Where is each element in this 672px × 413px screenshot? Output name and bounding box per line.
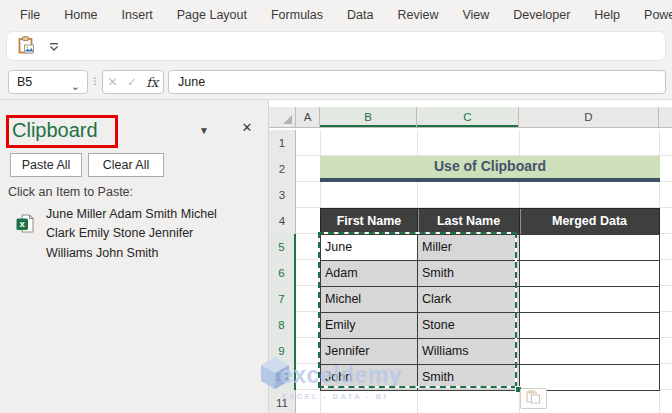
cell-C4[interactable]: Last Name [417, 208, 520, 235]
cell-C10[interactable]: Smith [417, 364, 520, 391]
cell-D8[interactable] [519, 312, 660, 339]
clipboard-item-text: June Miller Adam Smith Michel Clark Emil… [46, 205, 230, 263]
worksheet-grid: A B C D 1 2 3 4 5 6 7 8 9 10 11 Use of C… [269, 100, 672, 413]
pane-close-button[interactable]: ✕ [239, 120, 255, 136]
name-box-splitter[interactable]: ⁝ [93, 74, 97, 88]
chevron-down-line-icon [49, 38, 59, 56]
cell-C5[interactable]: Miller [417, 234, 520, 261]
ribbon-strip [6, 31, 666, 61]
cell-B5[interactable]: June [320, 234, 418, 261]
tab-insert[interactable]: Insert [122, 0, 153, 30]
row-header-2[interactable]: 2 [269, 156, 296, 183]
cancel-icon[interactable]: ✕ [108, 75, 118, 89]
formula-bar-input[interactable]: June [168, 70, 666, 94]
cell-D9[interactable] [519, 338, 660, 365]
svg-text:x: x [20, 218, 26, 229]
tab-data[interactable]: Data [347, 0, 373, 30]
row-header-10[interactable]: 10 [269, 364, 296, 391]
chevron-down-icon[interactable]: ⌄ [71, 75, 80, 97]
cell-B9[interactable]: Jennifer [320, 338, 418, 365]
cell-B6[interactable]: Adam [320, 260, 418, 287]
row-header-3[interactable]: 3 [269, 182, 296, 209]
enter-icon[interactable]: ✓ [127, 75, 137, 89]
tab-developer[interactable]: Developer [513, 0, 570, 30]
row-header-7[interactable]: 7 [269, 286, 296, 313]
row-header-6[interactable]: 6 [269, 260, 296, 287]
close-icon: ✕ [242, 120, 253, 135]
paste-options-icon [526, 390, 541, 408]
tab-home[interactable]: Home [64, 0, 97, 30]
paste-all-button[interactable]: Paste All [10, 153, 82, 177]
cell-D4[interactable]: Merged Data [519, 208, 660, 235]
tab-page-layout[interactable]: Page Layout [177, 0, 247, 30]
row-header-8[interactable]: 8 [269, 312, 296, 339]
caret-down-icon: ▼ [199, 125, 209, 136]
excel-window: File Home Insert Page Layout Formulas Da… [0, 0, 672, 413]
tab-view[interactable]: View [462, 0, 489, 30]
col-header-B[interactable]: B [320, 107, 417, 128]
clipboard-pane-title: Clipboard [12, 119, 98, 142]
col-header-D[interactable]: D [519, 107, 659, 128]
cell-D5[interactable] [519, 234, 660, 261]
row-header-9[interactable]: 9 [269, 338, 296, 365]
name-box[interactable]: B5 ⌄ [8, 70, 88, 94]
cell-C7[interactable]: Clark [417, 286, 520, 313]
cell-D6[interactable] [519, 260, 660, 287]
tab-help[interactable]: Help [594, 0, 620, 30]
cell-C6[interactable]: Smith [417, 260, 520, 287]
row-header-4[interactable]: 4 [269, 208, 296, 235]
col-header-A[interactable]: A [296, 107, 320, 128]
pane-options-button[interactable]: ▼ [197, 124, 211, 138]
paste-dropdown-button[interactable] [47, 39, 61, 55]
tab-file[interactable]: File [20, 0, 40, 30]
excel-file-icon: x [16, 214, 34, 237]
cell-B7[interactable]: Michel [320, 286, 418, 313]
tab-review[interactable]: Review [397, 0, 438, 30]
ribbon-tab-bar: File Home Insert Page Layout Formulas Da… [0, 0, 672, 30]
cell-B8[interactable]: Emily [320, 312, 418, 339]
cell-B10[interactable]: John [320, 364, 418, 391]
clear-all-button[interactable]: Clear All [88, 153, 164, 177]
cell-C9[interactable]: Williams [417, 338, 520, 365]
row-header-1[interactable]: 1 [269, 130, 296, 157]
cell-banner-B2-D2[interactable]: Use of Clipboard [320, 156, 660, 182]
row-header-5[interactable]: 5 [269, 234, 296, 261]
paste-button[interactable] [15, 37, 37, 57]
paste-options-button[interactable] [520, 388, 547, 409]
clipboard-hint-label: Click an Item to Paste: [8, 185, 133, 199]
name-box-value: B5 [17, 75, 32, 89]
paste-icon [18, 36, 35, 58]
select-all-button[interactable] [269, 107, 296, 128]
cell-D10[interactable] [519, 364, 660, 391]
cell-D7[interactable] [519, 286, 660, 313]
formula-bar-buttons: ✕ ✓ fx [102, 70, 164, 94]
cell-B4[interactable]: First Name [320, 208, 418, 235]
col-header-E[interactable] [659, 107, 672, 128]
cell-C8[interactable]: Stone [417, 312, 520, 339]
tab-formulas[interactable]: Formulas [271, 0, 323, 30]
clipboard-item[interactable]: x June Miller Adam Smith Michel Clark Em… [8, 203, 254, 265]
tab-power-pivot[interactable]: Power Pivot [644, 0, 672, 30]
insert-function-icon[interactable]: fx [146, 75, 158, 90]
clipboard-pane: Clipboard ▼ ✕ Paste All Clear All Click … [0, 100, 268, 413]
row-header-11[interactable]: 11 [269, 390, 296, 413]
col-header-C[interactable]: C [417, 107, 519, 128]
